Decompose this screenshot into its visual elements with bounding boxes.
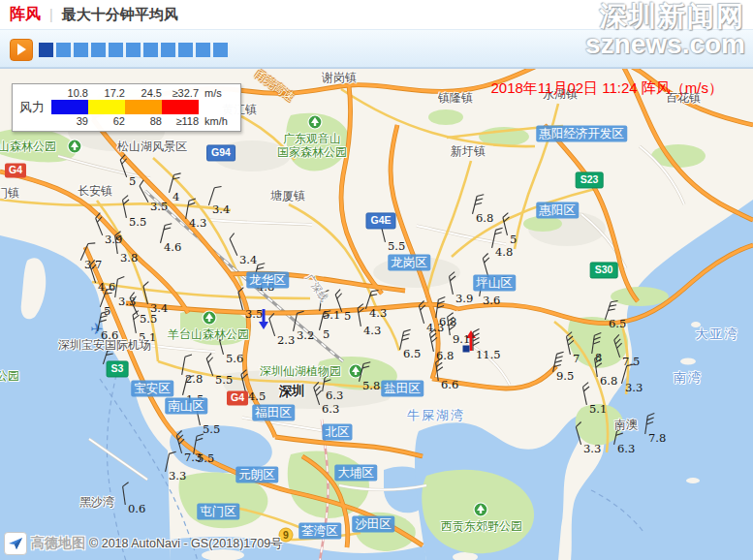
map-label-xianhu: 深圳仙湖植物园 (260, 364, 341, 378)
road-badge-g4e-2: G4E (365, 212, 395, 229)
timeline (39, 43, 228, 57)
road-badge-s3-3: S3 (107, 360, 129, 377)
map-label-shatin: 沙田区 (352, 516, 394, 533)
timeline-frame-11[interactable] (213, 43, 228, 57)
legend-stop: 39 (51, 115, 88, 127)
timeline-frame-8[interactable] (161, 43, 175, 57)
map-label-futian: 福田区 (252, 405, 295, 421)
map-label-yongguan-expwy: 甬莞高速 (252, 68, 297, 105)
map-label-tuenmun: 屯门区 (197, 504, 239, 520)
legend-segment-2 (88, 100, 125, 114)
frame-timestamp: 2018年11月02日 11:24 阵风（m/s） (490, 79, 723, 98)
map-label-tangxia: 塘厦镇 (270, 189, 305, 202)
map-label-heishawan: 黑沙湾 (79, 495, 114, 509)
road-badge-g4-0: G4 (5, 163, 26, 177)
map-label-baoan-airport: 深圳宝安国际机场 (58, 338, 151, 352)
play-button[interactable] (10, 39, 33, 61)
map-label-zhenlong: 镇隆镇 (438, 91, 473, 105)
map-label-longhua: 龙华区 (246, 272, 289, 289)
legend-stop: 88 (125, 115, 162, 127)
amap-logo-icon (4, 532, 27, 555)
map-label-nanwan: 南湾 (674, 370, 703, 386)
timeline-frame-4[interactable] (91, 43, 106, 57)
timeline-frame-3[interactable] (74, 43, 88, 57)
legend-unit-bottom: km/h (204, 115, 234, 127)
legend-stop: 17.2 (88, 87, 125, 99)
map-label-dayawan: 大亚湾 (696, 327, 739, 342)
watermark-site-name: 深圳新闻网 (585, 3, 745, 31)
legend-unit-top: m/s (204, 87, 234, 99)
map-label-xiegang: 谢岗镇 (322, 71, 357, 84)
road-badge-g4-6: G4 (227, 390, 248, 405)
copyright-text: © 2018 AutoNavi - GS(2018)1709号 (89, 536, 283, 552)
map-label-niushihuwan: 牛屎湖湾 (407, 408, 465, 423)
road-badge-s30-5: S30 (590, 262, 618, 278)
map-label-shenzhen-city: 深圳 (279, 384, 305, 399)
timeline-frame-5[interactable] (109, 43, 123, 57)
timeline-frame-10[interactable] (196, 43, 210, 57)
tab-max-ten-min-wind[interactable]: 最大十分钟平均风 (62, 6, 178, 24)
map-label-north-district: 北区 (323, 424, 353, 441)
map-label-baoan: 宝安区 (131, 381, 173, 397)
legend-stop: ≥32.7 (162, 87, 199, 99)
map-label-senlin-partial: 山森林公园 (0, 140, 56, 153)
map-label-longgang: 龙岗区 (388, 255, 430, 271)
wind-legend: 风力 10.817.224.5≥32.7 m/s 396288≥118 km/h (12, 83, 241, 132)
map-label-xinwei: 新圩镇 (451, 144, 486, 158)
map-label-huiyang: 惠阳区 (536, 202, 579, 219)
legend-stop: 10.8 (51, 87, 88, 99)
play-icon (17, 44, 26, 55)
road-badge-g94-1: G94 (206, 144, 235, 161)
map-label-tsuenwan: 荃湾区 (298, 523, 341, 540)
map-label-songshanhu: 松山湖风景区 (117, 140, 187, 153)
map-label-pingshan: 坪山区 (473, 275, 516, 292)
map-label-guangshen-rail: 广深线 (303, 271, 330, 303)
title-separator: | (49, 7, 53, 22)
map-label-gongyuan-partial: 公园 (0, 369, 19, 383)
map-label-yantian: 盐田区 (381, 381, 424, 397)
paper-plane-icon (8, 536, 23, 551)
timeline-frame-7[interactable] (143, 43, 158, 57)
legend-segment-1 (51, 100, 88, 114)
map-label-nanao: 南澳 (614, 418, 638, 431)
page-title: 阵风 (10, 5, 41, 25)
timeline-frame-6[interactable] (126, 43, 141, 57)
map-label-yangtaishan: 羊台山森林公园 (168, 327, 249, 341)
map-label-humen-partial: 门镇 (0, 186, 19, 200)
legend-body: 10.817.224.5≥32.7 m/s 396288≥118 km/h (51, 86, 234, 128)
map-label-nanshan: 南山区 (165, 398, 207, 415)
legend-stop: ≥118 (162, 115, 199, 127)
watermark-site-url: sznews.com (585, 31, 745, 59)
timeline-frame-1[interactable] (39, 43, 53, 57)
map-canvas[interactable]: ✈ 543.53.45.54.33.94.63.83.74.63.33.455.… (0, 68, 753, 560)
timeline-frame-9[interactable] (178, 43, 193, 57)
map-label-saikung: 西贡东郊野公园 (441, 519, 522, 533)
legend-segment-3 (125, 100, 162, 114)
timeline-frame-2[interactable] (56, 43, 71, 57)
amap-logo-text: 高德地图 (31, 535, 85, 552)
map-label-taipo: 大埔区 (334, 465, 377, 482)
legend-stops-top: 10.817.224.5≥32.7 (51, 87, 199, 99)
map-label-guanyinshan: 广东观音山国家森林公园 (277, 132, 347, 160)
legend-stop: 62 (88, 115, 125, 127)
legend-bar (51, 100, 199, 114)
legend-title: 风力 (19, 99, 45, 116)
map-label-yuenlong: 元朗区 (235, 467, 278, 483)
road-badge-s23-4: S23 (576, 171, 604, 188)
legend-stop: 24.5 (125, 87, 162, 99)
map-label-huiyang-kaifaqu: 惠阳经济开发区 (536, 126, 627, 142)
map-attribution: 高德地图 © 2018 AutoNavi - GS(2018)1709号 (4, 532, 283, 555)
map-label-changan: 长安镇 (78, 184, 112, 198)
map-label-layer: 谢岗镇镇隆镇黄江镇永湖镇百花镇松山湖风景区长安镇门镇新圩镇塘厦镇南澳黑沙湾深圳深… (0, 69, 753, 560)
site-watermark: 深圳新闻网 sznews.com (585, 3, 745, 58)
legend-stops-bottom: 396288≥118 (51, 115, 199, 127)
legend-segment-4 (162, 100, 199, 114)
